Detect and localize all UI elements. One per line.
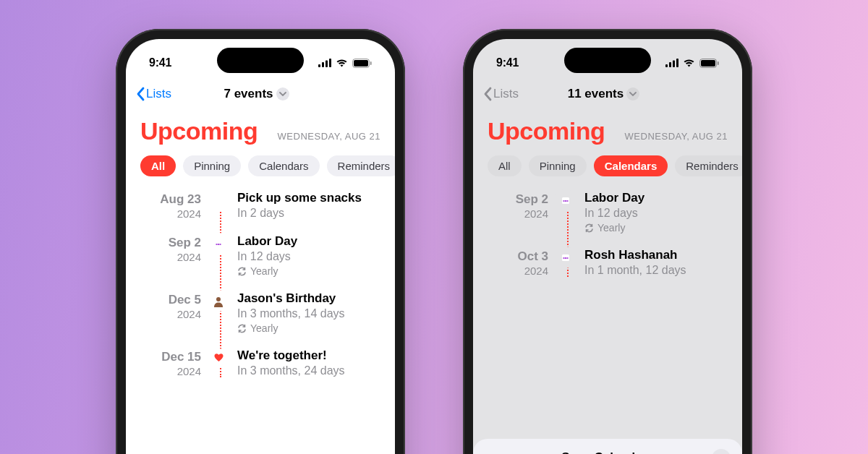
nav-bar: Lists 11 events xyxy=(473,78,742,110)
status-time: 9:41 xyxy=(149,56,171,69)
nav-title[interactable]: 7 events xyxy=(224,87,289,101)
back-label: Lists xyxy=(493,87,519,101)
signal-icon xyxy=(665,59,678,67)
event-title: Jason's Birthday xyxy=(237,291,345,306)
event-year: 2024 xyxy=(140,365,201,377)
event-date: Dec 5 xyxy=(140,293,201,307)
event-timeline[interactable]: Sep 22024 Labor DayIn 12 daysYearly Oct … xyxy=(473,184,742,277)
pill-all[interactable]: All xyxy=(488,155,522,176)
svg-rect-2 xyxy=(326,61,328,68)
svg-rect-0 xyxy=(318,64,320,67)
nav-title[interactable]: 11 events xyxy=(568,87,640,101)
repeat-icon xyxy=(584,223,594,233)
event-row[interactable]: Sep 22024 Labor DayIn 12 daysYearly xyxy=(140,234,380,277)
svg-rect-19 xyxy=(665,64,668,67)
chevron-down-icon xyxy=(626,87,639,100)
event-title: Rosh Hashanah xyxy=(584,248,686,262)
svg-rect-29 xyxy=(567,200,569,202)
event-title: We're together! xyxy=(237,348,345,363)
list-icon xyxy=(210,192,227,209)
event-date: Sep 2 xyxy=(140,236,201,250)
svg-point-7 xyxy=(215,197,217,199)
event-year: 2024 xyxy=(140,251,201,263)
event-year: 2024 xyxy=(140,207,201,220)
phone-mockup: 9:41 Lists 11 events Upcoming WEDNESDAY,… xyxy=(463,29,752,454)
svg-rect-24 xyxy=(701,60,715,67)
pill-reminders[interactable]: Reminders xyxy=(327,155,395,176)
event-subtitle: In 12 days xyxy=(237,250,297,263)
event-year: 2024 xyxy=(488,207,548,220)
svg-rect-5 xyxy=(354,60,368,67)
event-row[interactable]: Aug 232024 Pick up some snacksIn 2 days xyxy=(140,191,380,220)
event-date: Aug 23 xyxy=(140,192,201,207)
event-year: 2024 xyxy=(488,265,548,277)
avatar-icon xyxy=(210,292,227,309)
event-timeline[interactable]: Aug 232024 Pick up some snacksIn 2 days … xyxy=(126,184,395,377)
pill-reminders[interactable]: Reminders xyxy=(675,155,742,176)
event-title: Labor Day xyxy=(584,191,644,205)
event-row[interactable]: Dec 152024 We're together!In 3 months, 2… xyxy=(140,348,380,377)
pill-calendars[interactable]: Calendars xyxy=(594,155,668,176)
pill-calendars[interactable]: Calendars xyxy=(248,155,319,176)
svg-rect-33 xyxy=(567,257,569,259)
pill-pinning[interactable]: Pinning xyxy=(529,155,587,176)
event-row[interactable]: Dec 52024 Jason's BirthdayIn 3 months, 1… xyxy=(140,291,380,334)
battery-icon xyxy=(352,59,372,68)
sync-calendars-sheet: Sync Calendars Calendar Range 3 months D… xyxy=(473,439,742,454)
event-recurring: Yearly xyxy=(237,322,345,334)
svg-point-9 xyxy=(215,200,217,202)
event-date: Oct 3 xyxy=(488,249,548,264)
calendar-icon xyxy=(210,235,227,252)
sheet-title: Sync Calendars xyxy=(561,450,654,454)
event-year: 2024 xyxy=(140,308,201,320)
event-subtitle: In 1 month, 12 days xyxy=(584,264,686,277)
svg-rect-25 xyxy=(718,61,719,65)
svg-rect-15 xyxy=(216,244,218,245)
event-row[interactable]: Sep 22024 Labor DayIn 12 daysYearly xyxy=(488,191,728,234)
chevron-left-icon xyxy=(136,87,145,101)
back-label: Lists xyxy=(146,87,171,101)
chevron-left-icon xyxy=(483,87,492,101)
svg-rect-6 xyxy=(370,61,372,65)
signal-icon xyxy=(318,59,331,67)
svg-rect-27 xyxy=(563,200,565,202)
svg-rect-12 xyxy=(218,202,222,204)
svg-rect-10 xyxy=(218,200,222,201)
svg-rect-16 xyxy=(218,244,219,245)
calendar-icon xyxy=(557,192,574,209)
svg-rect-3 xyxy=(329,59,331,67)
dynamic-island xyxy=(564,48,651,73)
svg-point-18 xyxy=(216,297,221,301)
svg-rect-31 xyxy=(563,257,565,259)
heart-icon xyxy=(210,349,227,367)
event-subtitle: In 12 days xyxy=(584,207,644,220)
event-date: Dec 15 xyxy=(140,350,201,364)
filter-pills: All Pinning Calendars Reminders xyxy=(126,145,395,184)
screen-1: 9:41 Lists 7 events Upcoming WEDNESDAY, … xyxy=(126,39,395,454)
pill-all[interactable]: All xyxy=(140,155,176,176)
svg-rect-17 xyxy=(220,244,221,245)
svg-rect-28 xyxy=(565,200,566,202)
back-button[interactable]: Lists xyxy=(136,87,171,101)
event-subtitle: In 3 months, 24 days xyxy=(237,364,345,377)
pill-pinning[interactable]: Pinning xyxy=(183,155,241,176)
page-title: Upcoming xyxy=(488,117,605,145)
svg-point-11 xyxy=(215,202,217,205)
event-subtitle: In 2 days xyxy=(237,207,362,220)
svg-rect-8 xyxy=(218,197,222,198)
event-row[interactable]: Oct 32024 Rosh HashanahIn 1 month, 12 da… xyxy=(488,248,728,277)
event-recurring: Yearly xyxy=(584,222,644,234)
svg-rect-1 xyxy=(322,62,324,67)
event-date: Sep 2 xyxy=(488,192,548,207)
event-recurring: Yearly xyxy=(237,265,297,277)
back-button[interactable]: Lists xyxy=(483,87,519,101)
event-title: Labor Day xyxy=(237,234,297,249)
battery-icon xyxy=(699,59,719,68)
svg-rect-22 xyxy=(676,59,678,67)
wifi-icon xyxy=(683,59,695,67)
chevron-down-icon xyxy=(276,87,289,100)
repeat-icon xyxy=(237,267,247,276)
svg-rect-32 xyxy=(565,257,566,259)
close-button[interactable] xyxy=(712,449,731,454)
nav-bar: Lists 7 events xyxy=(126,78,395,110)
